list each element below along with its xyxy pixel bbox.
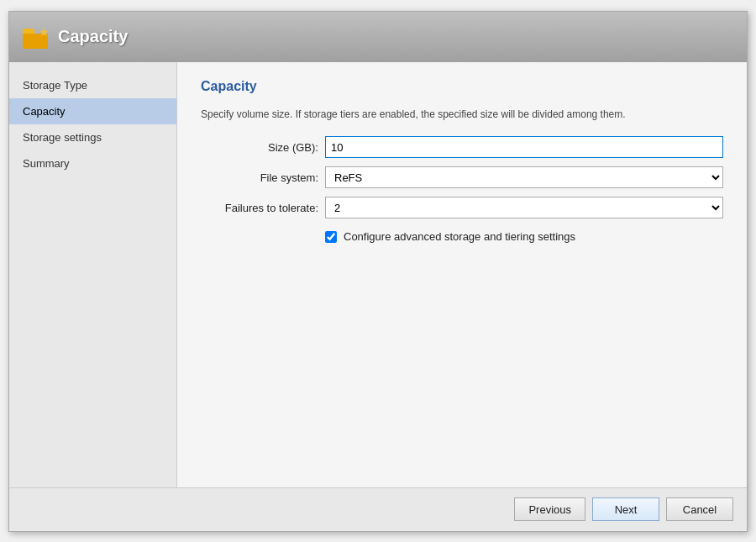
content-title: Capacity xyxy=(201,79,723,94)
file-system-label: File system: xyxy=(201,171,318,184)
size-row: Size (GB): xyxy=(201,136,723,158)
sidebar-item-summary[interactable]: Summary xyxy=(9,150,176,176)
failures-tolerate-label: Failures to tolerate: xyxy=(201,202,318,214)
title-bar-text: Capacity xyxy=(58,27,128,46)
sidebar-item-storage-settings[interactable]: Storage settings xyxy=(9,124,176,150)
checkbox-row: Configure advanced storage and tiering s… xyxy=(325,230,723,243)
footer: Previous Next Cancel xyxy=(9,487,747,531)
dialog-window: ★ Capacity Storage Type Capacity Storage… xyxy=(8,11,748,532)
advanced-storage-checkbox[interactable] xyxy=(325,231,337,243)
content-area: Capacity Specify volume size. If storage… xyxy=(177,62,747,487)
main-content: Storage Type Capacity Storage settings S… xyxy=(9,62,747,487)
size-label: Size (GB): xyxy=(201,141,318,154)
file-system-row: File system: ReFS NTFS xyxy=(201,166,723,188)
cancel-button[interactable]: Cancel xyxy=(666,497,733,521)
title-bar-icon: ★ xyxy=(23,25,50,49)
folder-top-icon xyxy=(23,29,34,34)
title-bar: ★ Capacity xyxy=(9,12,747,62)
file-system-select[interactable]: ReFS NTFS xyxy=(325,166,723,188)
form-grid: Size (GB): File system: ReFS NTFS Failur… xyxy=(201,136,723,243)
sidebar: Storage Type Capacity Storage settings S… xyxy=(9,62,177,487)
checkbox-label: Configure advanced storage and tiering s… xyxy=(344,230,575,243)
sidebar-item-capacity[interactable]: Capacity xyxy=(9,98,176,124)
next-button[interactable]: Next xyxy=(592,497,659,521)
folder-star-icon: ★ xyxy=(39,25,50,39)
previous-button[interactable]: Previous xyxy=(514,497,585,521)
sidebar-item-storage-settings-label: Storage settings xyxy=(23,131,102,144)
sidebar-item-capacity-label: Capacity xyxy=(23,105,66,118)
sidebar-item-storage-type[interactable]: Storage Type xyxy=(9,72,176,98)
failures-tolerate-select[interactable]: 2 1 0 xyxy=(325,197,723,218)
sidebar-item-storage-type-label: Storage Type xyxy=(23,79,87,92)
content-description: Specify volume size. If storage tiers ar… xyxy=(201,108,723,122)
size-input[interactable] xyxy=(325,136,723,158)
failures-tolerate-row: Failures to tolerate: 2 1 0 xyxy=(201,197,723,218)
sidebar-item-summary-label: Summary xyxy=(23,157,70,170)
